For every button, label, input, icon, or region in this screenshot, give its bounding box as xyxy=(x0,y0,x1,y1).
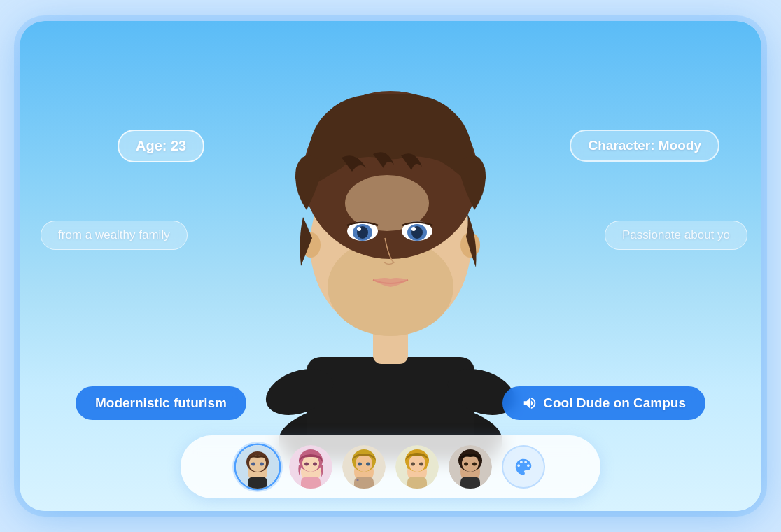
svg-rect-39 xyxy=(354,477,374,489)
svg-point-30 xyxy=(304,463,309,466)
character-trait-tag: Character: Moody xyxy=(570,130,719,162)
svg-point-23 xyxy=(251,463,255,466)
avatar-5[interactable] xyxy=(449,445,492,489)
svg-point-44 xyxy=(411,463,415,466)
character-display xyxy=(237,21,544,462)
svg-point-37 xyxy=(358,463,362,466)
svg-point-24 xyxy=(260,463,264,466)
svg-point-16 xyxy=(411,227,416,231)
speaker-icon xyxy=(522,396,537,411)
avatar-4[interactable] xyxy=(395,445,439,489)
svg-point-45 xyxy=(419,463,423,466)
character-selector-bar xyxy=(181,435,600,498)
svg-point-31 xyxy=(313,463,317,466)
passion-tag: Passionate about yo xyxy=(605,220,747,250)
svg-point-46 xyxy=(407,466,410,469)
svg-point-47 xyxy=(424,466,427,469)
avatar-2[interactable] xyxy=(289,445,332,489)
svg-point-54 xyxy=(472,463,477,466)
svg-point-53 xyxy=(464,463,468,466)
avatar-3[interactable] xyxy=(342,445,386,489)
svg-point-38 xyxy=(366,463,370,466)
palette-icon xyxy=(513,456,534,477)
svg-point-12 xyxy=(357,227,361,231)
age-tag: Age: 23 xyxy=(118,130,204,162)
svg-rect-55 xyxy=(460,477,480,489)
family-tag: from a wealthy family xyxy=(41,220,188,250)
title-tag[interactable]: Cool Dude on Campus xyxy=(502,386,705,420)
palette-button[interactable] xyxy=(502,445,545,489)
style-tag[interactable]: Modernistic futurism xyxy=(76,386,246,420)
svg-rect-25 xyxy=(248,477,267,489)
main-container: Age: 23 Character: Moody from a wealthy … xyxy=(20,21,761,511)
avatar-1[interactable] xyxy=(236,445,279,489)
svg-rect-32 xyxy=(301,477,321,489)
svg-rect-48 xyxy=(407,477,427,489)
